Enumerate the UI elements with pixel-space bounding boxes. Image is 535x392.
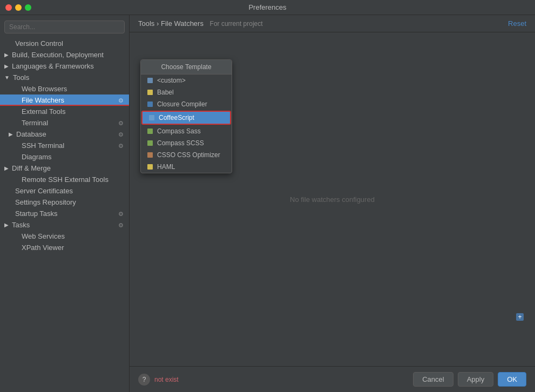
popup-item-compass-scss[interactable]: Compass SCSS <box>141 137 232 149</box>
sidebar-item-startup-tasks[interactable]: Startup Tasks ⚙ <box>0 208 129 219</box>
sidebar-item-version-control[interactable]: Version Control <box>0 38 129 49</box>
sidebar-item-settings-repo[interactable]: Settings Repository <box>0 197 129 208</box>
terminal-label: Terminal <box>22 119 48 127</box>
web-services-label: Web Services <box>22 232 65 240</box>
svg-rect-4 <box>147 129 153 134</box>
sidebar-item-external-tools[interactable]: External Tools <box>0 106 129 117</box>
sidebar: Version Control ▶ Build, Execution, Depl… <box>0 15 130 392</box>
sidebar-item-build-execution[interactable]: ▶ Build, Execution, Deployment <box>0 49 129 60</box>
svg-rect-6 <box>147 152 153 158</box>
main-container: Version Control ▶ Build, Execution, Depl… <box>0 15 535 392</box>
popup-item-label: HAML <box>157 163 175 171</box>
popup-item-label: <custom> <box>157 77 186 84</box>
popup-list: <custom> Babel Closure Com <box>141 75 232 173</box>
sidebar-item-diff-merge[interactable]: ▶ Diff & Merge <box>0 163 129 174</box>
sidebar-item-server-certs[interactable]: Server Certificates <box>0 185 129 197</box>
breadcrumb-bar: Tools › File Watchers For current projec… <box>130 15 535 32</box>
sidebar-item-tools[interactable]: ▼ Tools <box>0 72 129 83</box>
sidebar-item-languages[interactable]: ▶ Languages & Frameworks <box>0 60 129 72</box>
arrow-icon: ▶ <box>4 52 9 58</box>
settings-icon: ⚙ <box>118 222 125 228</box>
breadcrumb-section: File Watchers <box>161 19 204 28</box>
popup-item-babel[interactable]: Babel <box>141 86 232 98</box>
svg-rect-0 <box>147 78 153 83</box>
tools-label: Tools <box>13 73 29 82</box>
minimize-button[interactable] <box>15 4 22 11</box>
sidebar-item-remote-ssh[interactable]: Remote SSH External Tools <box>0 174 129 185</box>
version-control-label: Version Control <box>15 39 63 48</box>
settings-icon: ⚙ <box>118 120 125 126</box>
popup-item-haml[interactable]: HAML <box>141 161 232 173</box>
build-execution-label: Build, Execution, Deployment <box>12 51 104 59</box>
settings-icon: ⚙ <box>118 97 125 104</box>
external-tools-label: External Tools <box>22 107 65 116</box>
popup-item-label: CSSO CSS Optimizer <box>157 151 220 159</box>
web-browsers-label: Web Browsers <box>22 85 67 93</box>
sidebar-item-ssh-terminal[interactable]: SSH Terminal ⚙ <box>0 140 129 151</box>
breadcrumb-path: Tools <box>138 19 154 28</box>
arrow-icon: ▶ <box>9 131 13 137</box>
coffee-icon <box>148 114 155 121</box>
sidebar-item-web-browsers[interactable]: Web Browsers <box>0 83 129 94</box>
compass-sass-icon <box>146 127 154 135</box>
csso-icon <box>146 151 154 159</box>
custom-icon <box>146 77 154 84</box>
popup-item-coffeescript[interactable]: CoffeeScript <box>141 111 231 125</box>
arrow-icon: ▶ <box>4 165 9 171</box>
ok-button[interactable]: OK <box>498 372 526 387</box>
sidebar-item-tasks[interactable]: ▶ Tasks ⚙ <box>0 219 129 231</box>
svg-rect-7 <box>147 164 153 170</box>
sidebar-item-web-services[interactable]: Web Services <box>0 231 129 242</box>
popup-item-closure-compiler[interactable]: Closure Compiler <box>141 98 232 110</box>
popup-item-label: Babel <box>157 89 174 96</box>
help-button[interactable]: ? <box>138 374 150 386</box>
search-input[interactable] <box>4 21 125 33</box>
svg-rect-3 <box>149 115 154 120</box>
breadcrumb: Tools › File Watchers For current projec… <box>138 19 263 28</box>
popup-header: Choose Template <box>141 60 232 75</box>
popup-item-label: CoffeeScript <box>159 114 194 121</box>
diagrams-label: Diagrams <box>22 153 52 161</box>
bottom-bar: ? not exist Cancel Apply OK <box>130 366 535 392</box>
haml-icon <box>146 163 154 171</box>
sidebar-item-database[interactable]: ▶ Database ⚙ <box>0 129 129 140</box>
title-bar: Preferences <box>0 0 535 15</box>
file-watchers-label: File Watchers <box>22 96 64 104</box>
popup-item-label: Compass Sass <box>157 127 201 135</box>
arrow-icon: ▶ <box>4 222 9 228</box>
remote-ssh-label: Remote SSH External Tools <box>22 175 109 184</box>
popup-item-compass-sass[interactable]: Compass Sass <box>141 125 232 137</box>
arrow-down-icon: ▼ <box>4 75 10 80</box>
window-controls <box>5 4 31 11</box>
empty-message: No file watchers configured <box>290 195 375 204</box>
error-text: not exist <box>154 376 179 383</box>
popup-item-custom[interactable]: <custom> <box>141 75 232 86</box>
svg-rect-1 <box>147 90 153 95</box>
sidebar-item-terminal[interactable]: Terminal ⚙ <box>0 117 129 129</box>
diff-merge-label: Diff & Merge <box>12 164 51 172</box>
compass-scss-icon <box>146 139 154 147</box>
popup-item-label: Compass SCSS <box>157 139 204 147</box>
babel-icon <box>146 89 154 96</box>
add-file-watcher-button[interactable]: + <box>516 313 524 323</box>
reset-link[interactable]: Reset <box>508 19 526 28</box>
cancel-button[interactable]: Cancel <box>413 372 453 387</box>
choose-template-popup: Choose Template <custom> Bab <box>140 59 232 173</box>
breadcrumb-scope: For current project <box>210 20 263 28</box>
sidebar-item-file-watchers[interactable]: File Watchers ⚙ <box>0 94 129 106</box>
tasks-label: Tasks <box>12 221 30 229</box>
close-button[interactable] <box>5 4 12 11</box>
svg-text:+: + <box>518 313 522 321</box>
arrow-icon: ▶ <box>4 63 9 69</box>
settings-icon: ⚙ <box>118 211 125 217</box>
apply-button[interactable]: Apply <box>458 372 494 387</box>
svg-rect-5 <box>147 140 153 146</box>
sidebar-item-xpath-viewer[interactable]: XPath Viewer <box>0 242 129 253</box>
server-certs-label: Server Certificates <box>15 187 73 195</box>
closure-icon <box>146 100 154 108</box>
window-title: Preferences <box>248 3 286 11</box>
bottom-left: ? not exist <box>138 374 179 386</box>
sidebar-item-diagrams[interactable]: Diagrams <box>0 151 129 163</box>
popup-item-csso[interactable]: CSSO CSS Optimizer <box>141 149 232 161</box>
maximize-button[interactable] <box>25 4 31 11</box>
